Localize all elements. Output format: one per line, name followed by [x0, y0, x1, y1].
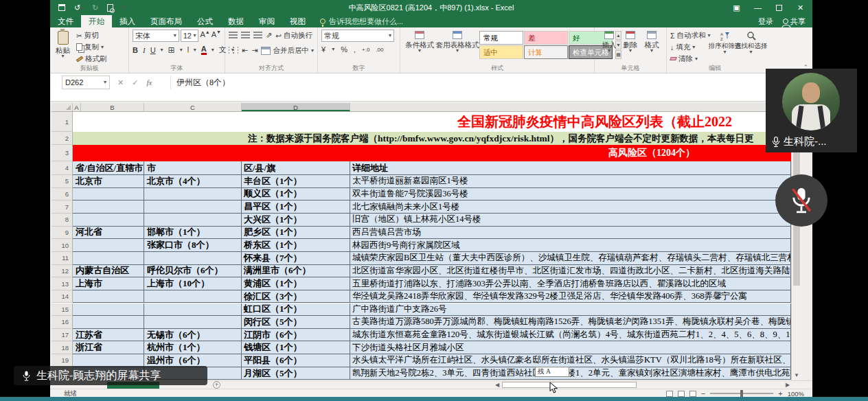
sheet-note-cell[interactable]: 注：数据来源于国务院客户端（http://bmfw.www.gov.cn/yqf…: [73, 132, 791, 145]
grow-font-icon[interactable]: A▲: [200, 30, 209, 42]
align-bottom-icon[interactable]: [253, 32, 262, 39]
row-number[interactable]: 7: [52, 200, 73, 214]
ribbon-display-options-icon[interactable]: ▣: [726, 0, 747, 15]
merge-center-button[interactable]: 合并后居中▾: [261, 45, 314, 56]
format-painter-button[interactable]: 格式刷: [76, 53, 107, 65]
tab-审阅[interactable]: 审阅: [251, 15, 282, 27]
row-number[interactable]: 17: [52, 329, 73, 342]
cell-city[interactable]: [144, 200, 242, 214]
high-risk-banner-cell[interactable]: 高风险区（1204个）: [73, 145, 791, 161]
font-size-combo[interactable]: 12▾: [181, 30, 199, 42]
cell-district[interactable]: 怀来县（7个）: [242, 252, 350, 265]
wrap-text-button[interactable]: ↩自动换行: [275, 30, 312, 41]
print-preview-icon[interactable]: [107, 4, 113, 12]
insert-function-icon[interactable]: fx: [146, 78, 152, 87]
decrease-decimal-icon[interactable]: .00: [376, 47, 383, 53]
borders-icon[interactable]: ⊞: [168, 46, 175, 54]
zoom-slider-thumb[interactable]: [740, 390, 743, 397]
tell-me-search[interactable]: 告诉我您想要做什么...: [320, 15, 403, 27]
copy-button[interactable]: 复制▾: [76, 41, 107, 53]
restore-button[interactable]: [768, 0, 790, 15]
row-number[interactable]: 2: [52, 132, 73, 145]
cell-city[interactable]: [144, 316, 242, 329]
cell-province[interactable]: 浙江省: [73, 341, 144, 354]
style-calculation[interactable]: 计算: [524, 45, 568, 59]
row-number[interactable]: 1: [52, 112, 73, 132]
cell-district[interactable]: 满洲里市（6个）: [242, 265, 350, 278]
header-province-cell[interactable]: 省/自治区/直辖市: [73, 161, 144, 175]
zoom-level[interactable]: 100%: [788, 390, 804, 398]
tab-数据[interactable]: 数据: [220, 15, 251, 27]
cell-province[interactable]: [73, 239, 144, 252]
tab-公式[interactable]: 公式: [190, 15, 220, 27]
cell-detail[interactable]: 水头镇太平洋广场所在江屿社区、水头镇亿豪名邸所在街道社区、水头镇温莎KTV（双川…: [350, 354, 791, 367]
minimize-button[interactable]: —: [747, 0, 768, 15]
clear-button[interactable]: 清除▾: [670, 53, 711, 65]
page-break-view-icon[interactable]: [689, 391, 696, 397]
align-left-icon[interactable]: [229, 47, 229, 54]
column-header-C[interactable]: C: [144, 103, 242, 111]
orientation-icon[interactable]: ⇗: [266, 31, 272, 40]
paste-button[interactable]: 粘贴 ▾: [54, 30, 72, 65]
new-sheet-icon[interactable]: +: [213, 381, 220, 389]
cell-city[interactable]: [144, 290, 242, 303]
tab-页面布局[interactable]: 页面布局: [143, 15, 190, 27]
header-city-cell[interactable]: 市: [144, 161, 242, 175]
cell-city[interactable]: [144, 252, 242, 265]
cell-city[interactable]: [144, 188, 242, 201]
italic-button[interactable]: I: [143, 46, 146, 54]
cell-district[interactable]: 闵行区（5个）: [242, 316, 350, 329]
cell-district[interactable]: 钱塘区（1个）: [242, 341, 350, 354]
align-middle-icon[interactable]: [241, 32, 250, 39]
font-color-icon[interactable]: A: [201, 45, 207, 55]
align-right-icon[interactable]: [238, 47, 238, 54]
row-number[interactable]: 9: [52, 227, 73, 240]
tab-插入[interactable]: 插入: [112, 15, 143, 27]
cell-district[interactable]: 江阴市（6个）: [242, 329, 350, 342]
cell-district[interactable]: 顺义区（1个）: [242, 188, 350, 201]
cell-detail[interactable]: 太平桥街道丽新嘉园南区1号楼: [350, 175, 791, 188]
tab-文件[interactable]: 文件: [50, 15, 81, 27]
cell-detail[interactable]: 下沙街道头格社区月雅城小区: [350, 341, 791, 354]
close-button[interactable]: ✕: [790, 0, 811, 15]
row-number[interactable]: 19: [52, 354, 73, 367]
cell-city[interactable]: 无锡市（6个）: [144, 329, 242, 342]
cell-detail[interactable]: 旧宫（地区）镇上林苑小区14号楼: [350, 214, 791, 227]
cell-city[interactable]: 上海市（10个）: [144, 277, 242, 290]
hscroll-right-icon[interactable]: ▶: [784, 381, 792, 389]
cell-province[interactable]: [73, 316, 144, 329]
increase-indent-icon[interactable]: ⇥: [251, 46, 258, 55]
accounting-format-icon[interactable]: ¥: [321, 45, 326, 54]
cell-district[interactable]: 虹口区（1个）: [242, 303, 350, 317]
header-detail-cell[interactable]: 详细地址: [350, 161, 791, 175]
format-as-table-button[interactable]: 套用表格格式 ▾: [438, 30, 477, 54]
cell-city[interactable]: 杭州市（1个）: [144, 341, 242, 354]
font-name-combo[interactable]: 宋体▾: [133, 30, 179, 42]
page-layout-view-icon[interactable]: [678, 391, 685, 397]
cell-detail[interactable]: 五里桥街道打浦路以东、打浦路303弄公弄以南、全季酒店打浦桥鲁班路店以西、瞿溪路…: [350, 277, 791, 290]
increase-decimal-icon[interactable]: +.0: [362, 47, 369, 53]
cell-district[interactable]: 桥东区（1个）: [242, 239, 350, 252]
formula-content[interactable]: 伊州区（8个）: [170, 76, 806, 89]
cell-district[interactable]: 月湖区（5个）: [242, 367, 350, 380]
scroll-down-icon[interactable]: ▼: [792, 371, 801, 380]
cell-province[interactable]: [73, 354, 144, 367]
number-format-combo[interactable]: 常规▾: [321, 30, 394, 42]
horizontal-scrollbar[interactable]: [502, 382, 637, 388]
row-number[interactable]: 13: [52, 277, 73, 290]
cell-detail[interactable]: 北区街道富华家园小区、北区街道红楼街早市、北区街道汇发市场、四道街政北小区、二卡…: [350, 265, 791, 278]
insert-cells-button[interactable]: 插入▾: [600, 30, 619, 54]
cell-detail[interactable]: 西吕营镇吕营市场: [350, 227, 791, 240]
sort-filter-button[interactable]: AZ 排序和筛选▾: [713, 30, 737, 65]
row-number[interactable]: 18: [52, 341, 73, 354]
cell-city[interactable]: [144, 214, 242, 227]
delete-cells-button[interactable]: 删除▾: [621, 30, 640, 54]
cell-city[interactable]: [144, 303, 242, 317]
cell-province[interactable]: 内蒙古自治区: [73, 265, 144, 278]
name-box[interactable]: D262▾: [62, 76, 110, 89]
shrink-font-icon[interactable]: A▼: [212, 30, 221, 42]
column-header-B[interactable]: B: [81, 103, 144, 111]
cell-district[interactable]: 平阳县（6个）: [242, 354, 350, 367]
style-bad[interactable]: 差: [524, 31, 568, 45]
column-header-rest[interactable]: [350, 103, 791, 111]
